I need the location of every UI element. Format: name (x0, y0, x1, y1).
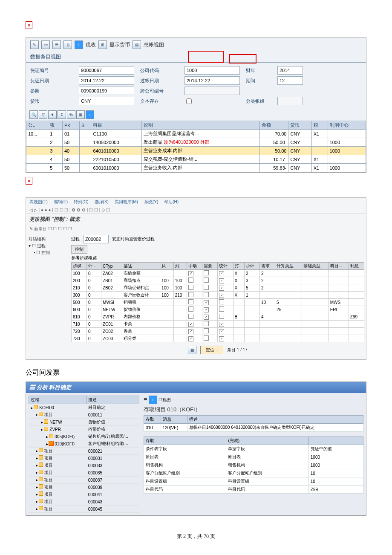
gl-label: 总帐视图 (144, 41, 164, 49)
proc-code-input[interactable] (83, 235, 109, 243)
steps-table: 步骤计...CTyp描述从到手动需要统计打.小计需求计算类型基础类型科目...利… (71, 262, 364, 342)
table-row[interactable]: 7200ZC02券类✓✓ (72, 328, 364, 335)
access-message-table: 存取消息描述 010120(VE)总帐科目1406000000 64010200… (144, 415, 363, 432)
tree-row[interactable]: ▸ 项目000021 (29, 448, 139, 455)
table-row: 客户分配帐户组别客户分配帐户组别10 (144, 469, 363, 477)
table-row[interactable]: 1000ZA02实确金额✓✓X22 (72, 270, 364, 277)
table-row: 销售机构销售机构1000 (144, 461, 363, 469)
tree-row[interactable]: ▸ 项目000043 (29, 498, 139, 506)
ref-input[interactable] (79, 87, 134, 95)
menu-item[interactable]: 编辑(E) (54, 199, 68, 204)
overview-icon[interactable]: ☰ (29, 384, 35, 390)
curr-label: 货币 (30, 98, 73, 104)
table-row[interactable]: 5506001010000主营业务收入-内部59.83-CNYX11000 (26, 164, 366, 172)
menu-item[interactable]: 选择(S) (95, 199, 109, 204)
control-tab[interactable]: 控制 (71, 245, 87, 254)
currency-label: 显示货币 (110, 41, 130, 49)
table-row[interactable]: 2501405020000发出商品 改为6401020000 外部50.00-C… (26, 138, 366, 147)
texist-label: 文本存在 (140, 98, 179, 104)
period-input[interactable] (277, 76, 303, 85)
line-items-table: 公...项PKS科目说明金额货币税利润中心 10...101C1100上海丝绸集… (26, 121, 366, 172)
table-row[interactable]: 6100ZVPR内部价格✓B4Z99 (72, 313, 364, 321)
menu-item[interactable]: 实用程序(M) (115, 199, 138, 204)
doc-no-label: 凭证编号 (30, 67, 73, 74)
proc-desc: 安正时尚直营定价过程 (112, 236, 155, 242)
sum-icon[interactable]: Σ (58, 110, 66, 119)
tax-label: 税收 (86, 41, 96, 49)
tree-item[interactable]: 过程 (37, 243, 46, 248)
dialog-tree[interactable]: 对话结构 ▾ ☐ 过程 • ☐ 控制 (26, 233, 69, 359)
details-icon[interactable]: i (86, 110, 94, 119)
info-icon[interactable]: i (75, 40, 83, 49)
procedure-tree[interactable]: 过程描述 ▸ KOFI00科目确定▸ 项目000011▸ NETW货物价值▸ Z… (29, 396, 139, 513)
access-fields-table: 存取(完成) 条件表字段单据字段凭证中的值帐目表帐目表1000销售机构销售机构1… (144, 436, 363, 494)
filter-icon[interactable]: ▼ (48, 110, 57, 119)
edit-icon[interactable]: ✎ (30, 40, 39, 49)
table-row[interactable]: 2000ZB01商场扣点100100✓X32 (72, 277, 364, 284)
tree-row[interactable]: ▸ 项目000033 (29, 462, 139, 469)
pdate-label: 过帐日期 (140, 78, 179, 84)
table-row[interactable]: 6000NETW货物价值✓25ERL (72, 306, 364, 313)
curr-input[interactable] (79, 97, 134, 105)
table-row: 科目设置组科目设置组10 (144, 477, 363, 486)
layout-icon[interactable]: ▦ (76, 110, 85, 119)
texist-checkbox[interactable] (186, 98, 192, 104)
tree-row[interactable]: ▸ 项目000041 (29, 491, 139, 498)
col-proc: 过程 (29, 396, 86, 404)
pdate-input[interactable] (184, 76, 240, 85)
currency-icon[interactable]: ⊞ (98, 40, 107, 49)
tree-row[interactable]: ▸ 项目000045 (29, 506, 139, 513)
toolbar-2[interactable]: ◁ ▷ | ● ● ● | ☐ ☐ ☐ | ⚙ ⚙ ⚙ | ☐ ☐ | ⊙ ☐ (26, 206, 366, 214)
pricing-procedure-panel: 表视图(T)编辑(E)转到(G)选择(S)实用程序(M)系统(Y)帮助(H) ◁… (26, 197, 366, 360)
glasses-icon[interactable]: 👓 (41, 40, 50, 49)
menu-item[interactable]: 帮助(H) (164, 199, 179, 204)
menu-item[interactable]: 系统(Y) (144, 199, 158, 204)
find-icon[interactable]: 🔍 (29, 110, 38, 119)
table-row: 帐目表帐目表1000 (144, 453, 363, 461)
ledger-input (277, 97, 303, 105)
fy-input[interactable] (277, 66, 303, 75)
sort-icon[interactable]: ▽ (39, 110, 47, 119)
position-icon[interactable]: ▦ (188, 346, 196, 354)
tree-row[interactable]: ▸ 项目000035 (29, 469, 139, 477)
tree-row[interactable]: ▸ 项目000039 (29, 484, 139, 491)
cocode-input[interactable] (184, 66, 240, 75)
date-input[interactable] (79, 76, 134, 85)
tree-icon[interactable]: ☰ (52, 40, 61, 49)
right-toolbar[interactable]: ☰ i ☐视图 (144, 396, 363, 404)
tree-row[interactable]: ▸ NETW货物价值 (29, 419, 139, 426)
tree-item[interactable]: 控制 (41, 250, 50, 255)
table-row[interactable]: 5000MWSI销项税✓105MWS (72, 299, 364, 306)
tree-row[interactable]: ▸ 005(KOFI)销售机构/订购原因/... (29, 433, 139, 440)
table-row[interactable]: 10...101C1100上海丝绸集团品牌运营有...70.00CNYX1 (26, 130, 366, 138)
tree-row[interactable]: ▸ 项目000011 (29, 411, 139, 419)
tree-row[interactable]: ▸ KOFI00科目确定 (29, 404, 139, 411)
menu-item[interactable]: 转到(G) (74, 199, 88, 204)
tree-root: 对话结构 (29, 236, 67, 243)
doc-display-panel: ✎ 👓 ☰ ⎙ i税收 ⊞显示货币 ▤总帐视图 数据条目视图 凭证编号 公司代码… (26, 38, 366, 173)
table-row[interactable]: 4502221010500应交税费-应交增值税-销...10.17-CNYX1 (26, 155, 366, 164)
export-icon[interactable]: % (67, 110, 75, 119)
table-row[interactable]: 3000客户应收合计100210✓X1 (72, 292, 364, 299)
tree-row[interactable]: ▸ 项目000031 (29, 455, 139, 462)
gl-icon[interactable]: ▤ (133, 40, 141, 49)
date-label: 凭证日期 (30, 78, 73, 84)
page-footer: 第 2 页，共 70 页 (26, 533, 366, 540)
menu-item[interactable]: 表视图(T) (29, 199, 48, 204)
analysis-title: 分析 科目确定 (37, 384, 72, 390)
table-row[interactable]: 3406401010000主营业务成本-内部50.00CNY1000 (26, 147, 366, 155)
tree-row[interactable]: ▸ ZVPR内部价格 (29, 426, 139, 433)
table-row[interactable]: 7300ZC03积分类✓✓ (72, 335, 364, 342)
doc-no-input[interactable] (79, 66, 134, 75)
col-desc: 描述 (86, 396, 139, 404)
table-row: 科目代码科目代码Z99 (144, 486, 363, 494)
table-row[interactable]: 2100ZB02商场促销扣点100100✓X52 (72, 284, 364, 292)
table-row[interactable]: 7100ZC01卡类✓✓ (72, 321, 364, 328)
position-button[interactable]: 定位... (200, 346, 223, 354)
print-icon[interactable]: ⎙ (63, 40, 72, 49)
menu-bar[interactable]: 表视图(T)编辑(E)转到(G)选择(S)实用程序(M)系统(Y)帮助(H) (26, 198, 366, 206)
ref-steps-label: 参考步骤概览 (71, 254, 364, 262)
tree-row[interactable]: ▸ 010(KOFI)客户组/物料组/存取... (29, 440, 139, 448)
tree-row[interactable]: ▸ 项目000037 (29, 477, 139, 484)
new-entry-button[interactable]: ✎ 新条目 (29, 226, 47, 231)
